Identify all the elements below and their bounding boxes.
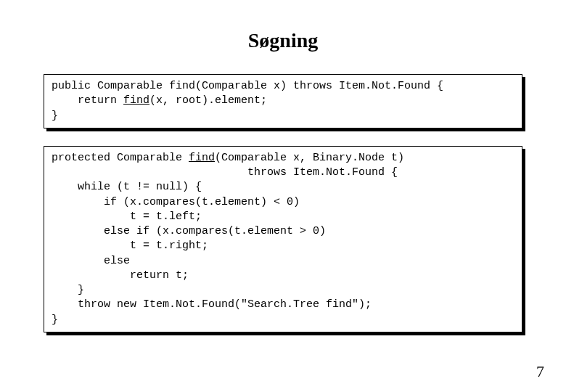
code-line: throw new Item.Not.Found("Search.Tree fi… bbox=[52, 298, 372, 311]
code-block-2: protected Comparable find(Comparable x, … bbox=[44, 146, 522, 332]
code-line: public Comparable find(Comparable x) thr… bbox=[52, 80, 443, 92]
code-line: return t; bbox=[52, 269, 189, 282]
code-line: t = t.left; bbox=[52, 211, 202, 223]
page-title: Søgning bbox=[44, 29, 522, 52]
code-line: else if (x.compares(t.element > 0) bbox=[52, 225, 326, 237]
code-line: (Comparable x, Binary.Node t) bbox=[215, 152, 411, 164]
page-number: 7 bbox=[536, 362, 544, 381]
code-line: } bbox=[52, 284, 84, 296]
code-line: else bbox=[52, 255, 130, 267]
slide: Søgning public Comparable find(Comparabl… bbox=[0, 0, 566, 392]
code-line: } bbox=[52, 110, 58, 122]
code-line: while (t != null) { bbox=[52, 181, 202, 193]
code-keyword-find: find bbox=[189, 152, 215, 164]
code-line: if (x.compares(t.element) < 0) bbox=[52, 196, 300, 208]
code-block-1: public Comparable find(Comparable x) thr… bbox=[44, 74, 522, 128]
code-line: return bbox=[52, 94, 123, 107]
code-line: protected Comparable bbox=[52, 152, 189, 164]
code-keyword-find: find bbox=[123, 94, 149, 107]
code-line: (x, root).element; bbox=[149, 94, 267, 107]
code-line: t = t.right; bbox=[52, 240, 208, 252]
code-line: throws Item.Not.Found { bbox=[52, 166, 398, 179]
code-line: } bbox=[52, 314, 58, 326]
